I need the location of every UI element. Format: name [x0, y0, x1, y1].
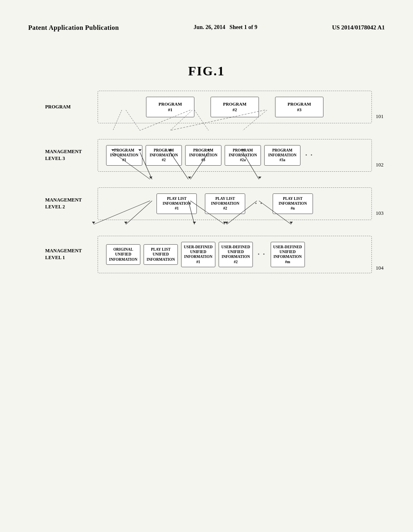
box-pi-2a: PROGRAM INFORMATION #2a	[225, 145, 261, 166]
box-pi-2: PROGRAM INFORMATION #2	[146, 145, 182, 166]
diagram: PROGRAM PROGRAM #1 PROGRAM #2 PROGRA	[41, 91, 372, 273]
publication-date: Jun. 26, 2014	[194, 24, 225, 30]
layer-104: ORIGINAL UNIFIED INFORMATION PLAY LIST U…	[98, 236, 372, 273]
layer-103: PLAY LIST INFORMATION #1 PLAY LIST INFOR…	[98, 187, 372, 220]
box-udui-m: USER-DEFINED UNIFIED INFORMATION #m	[271, 242, 305, 267]
prog3-line2: #3	[280, 107, 318, 112]
layer-mgmt3-wrapper: MANAGEMENTLEVEL 3 PROGRAM INFORMATION #1…	[98, 139, 372, 172]
box-pli-n: PLAY LIST INFORMATION #n	[273, 193, 313, 214]
box-program-2: PROGRAM #2	[211, 97, 259, 117]
dots-udui: · ·	[256, 250, 267, 259]
layer-102: PROGRAM INFORMATION #1 PROGRAM INFORMATI…	[98, 139, 372, 172]
box-pi-3: PROGRAM INFORMATION #3	[185, 145, 221, 166]
gap-101-102	[98, 123, 372, 139]
programs-row: PROGRAM #1 PROGRAM #2 PROGRAM #3	[106, 97, 363, 117]
publication-number: US 2014/0178042 A1	[332, 24, 385, 31]
publication-date-sheet: Jun. 26, 2014 Sheet 1 of 9	[194, 24, 257, 31]
box-udui-2: USER-DEFINED UNIFIED INFORMATION #2	[219, 242, 253, 267]
publication-sheet: Sheet 1 of 9	[229, 24, 257, 30]
publication-title: Patent Application Publication	[28, 24, 119, 31]
gap-103-104	[98, 220, 372, 236]
box-pli-2: PLAY LIST INFORMATION #2	[205, 193, 245, 214]
prog1-line1: PROGRAM	[151, 101, 189, 107]
label-mgmt2: MANAGEMENTLEVEL 2	[45, 197, 82, 210]
prog1-line2: #1	[151, 107, 189, 112]
box-playlist-unified: PLAY LIST UNIFIED INFORMATION	[144, 244, 178, 265]
box-pi-3a: PROGRAM INFORMATION #3a	[264, 145, 300, 166]
mgmt1-row: ORIGINAL UNIFIED INFORMATION PLAY LIST U…	[106, 242, 363, 267]
box-original-unified: ORIGINAL UNIFIED INFORMATION	[106, 244, 140, 265]
dots-pli: · ·	[253, 200, 265, 208]
layer-mgmt2-wrapper: MANAGEMENTLEVEL 2 PLAY LIST INFORMATION …	[98, 187, 372, 220]
box-program-3: PROGRAM #3	[275, 97, 323, 117]
gap-102-103	[98, 171, 372, 187]
layer-number-104: 104	[376, 265, 384, 271]
layer-101: PROGRAM #1 PROGRAM #2 PROGRAM #3 101	[98, 91, 372, 123]
layer-number-103: 103	[376, 210, 384, 216]
mgmt3-row: PROGRAM INFORMATION #1 PROGRAM INFORMATI…	[106, 145, 363, 166]
box-pi-1: PROGRAM INFORMATION #1	[106, 145, 142, 166]
mgmt2-row: PLAY LIST INFORMATION #1 PLAY LIST INFOR…	[106, 193, 363, 214]
layer-programs-wrapper: PROGRAM PROGRAM #1 PROGRAM #2 PROGRA	[98, 91, 372, 123]
layer-mgmt1-wrapper: MANAGEMENTLEVEL 1 ORIGINAL UNIFIED INFOR…	[98, 236, 372, 273]
prog2-line2: #2	[216, 107, 254, 112]
page-header: Patent Application Publication Jun. 26, …	[28, 24, 385, 31]
label-mgmt1: MANAGEMENTLEVEL 1	[45, 248, 82, 262]
prog3-line1: PROGRAM	[280, 101, 318, 107]
figure-title: FIG.1	[28, 64, 385, 79]
prog2-line1: PROGRAM	[216, 101, 254, 107]
layer-number-102: 102	[376, 162, 384, 168]
box-program-1: PROGRAM #1	[146, 97, 194, 117]
layer-number-101: 101	[376, 113, 384, 120]
label-mgmt3: MANAGEMENTLEVEL 3	[45, 148, 82, 162]
page: Patent Application Publication Jun. 26, …	[0, 0, 413, 532]
label-program: PROGRAM	[45, 104, 71, 110]
box-pli-1: PLAY LIST INFORMATION #1	[156, 193, 197, 214]
box-udui-1: USER-DEFINED UNIFIED INFORMATION #1	[181, 242, 215, 267]
dots-pi: · ·	[304, 151, 315, 160]
